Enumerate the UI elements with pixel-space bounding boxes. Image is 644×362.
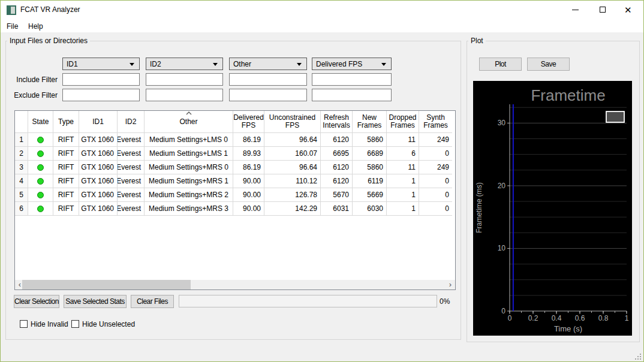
synth-frames-cell: 0 xyxy=(419,202,452,216)
other-cell: Medium Settings+LMS 1 xyxy=(145,147,233,161)
exclude-filter-input-2[interactable] xyxy=(146,89,223,101)
refresh-intervals-cell: 5670 xyxy=(321,188,353,202)
row-number: 2 xyxy=(15,147,28,161)
refresh-intervals-cell: 6120 xyxy=(321,161,353,174)
delivered-fps-cell: 90.00 xyxy=(233,202,264,216)
dropped-frames-cell: 11 xyxy=(387,161,419,174)
title-bar: FCAT VR Analyzer ✕ xyxy=(1,1,643,19)
id2-cell: Everest xyxy=(118,188,145,202)
column-header-type[interactable]: Type xyxy=(53,111,79,133)
column-header-unconstrained-fps[interactable]: Unconstrained FPS xyxy=(264,111,321,133)
id2-cell: Everest xyxy=(118,147,145,161)
green-circle-icon xyxy=(37,137,44,143)
save-selected-stats-button[interactable]: Save Selected Stats xyxy=(64,295,127,308)
column-header-id2[interactable]: ID2 xyxy=(118,111,145,133)
new-frames-cell: 5669 xyxy=(353,188,387,202)
scroll-right-icon[interactable]: › xyxy=(446,280,455,289)
resize-grip-icon[interactable] xyxy=(635,354,641,360)
exclude-filter-input-1[interactable] xyxy=(62,89,140,101)
column-header-state[interactable]: State xyxy=(28,111,53,133)
table-row[interactable]: 5RIFTGTX 1060EverestMedium Settings+MRS … xyxy=(15,188,455,202)
synth-frames-cell: 0 xyxy=(419,147,452,161)
delivered-fps-cell: 86.19 xyxy=(233,161,264,174)
table-row[interactable]: 4RIFTGTX 1060EverestMedium Settings+MRS … xyxy=(15,174,455,188)
plot-button[interactable]: Plot xyxy=(479,58,522,71)
state-cell xyxy=(28,161,53,174)
exclude-filter-input-3[interactable] xyxy=(229,89,307,101)
svg-text:Frametime: Frametime xyxy=(531,86,605,104)
maximize-button[interactable] xyxy=(589,1,616,19)
synth-frames-cell: 249 xyxy=(419,133,452,147)
column-header-dropped-frames[interactable]: Dropped Frames xyxy=(387,111,419,133)
clear-files-button[interactable]: Clear Files xyxy=(131,295,174,308)
svg-text:0.8: 0.8 xyxy=(598,314,609,322)
column-header-synth-frames[interactable]: Synth Frames xyxy=(419,111,452,133)
refresh-intervals-cell: 6120 xyxy=(321,133,353,147)
green-circle-icon xyxy=(37,178,44,185)
chevron-down-icon xyxy=(213,63,218,66)
include-filter-label: Include Filter xyxy=(6,76,58,84)
corner-header xyxy=(15,111,28,133)
new-frames-cell: 5860 xyxy=(353,161,387,174)
green-circle-icon xyxy=(37,192,44,198)
column-header-new-frames[interactable]: New Frames xyxy=(353,111,387,133)
column-header-other[interactable]: Other xyxy=(145,111,233,133)
new-frames-cell: 6119 xyxy=(353,174,387,188)
column-dropdown-2[interactable]: ID2 xyxy=(146,58,223,70)
clear-selection-button[interactable]: Clear Selection xyxy=(14,295,59,308)
delivered-fps-cell: 86.19 xyxy=(233,133,264,147)
column-dropdown-1[interactable]: ID1 xyxy=(62,58,140,70)
svg-text:20: 20 xyxy=(498,182,506,190)
menu-bar: FileHelp xyxy=(1,19,643,32)
dropdown-value: Delivered FPS xyxy=(316,60,362,68)
other-cell: Medium Settings+LMS 0 xyxy=(145,133,233,147)
table-row[interactable]: 6RIFTGTX 1060EverestMedium Settings+MRS … xyxy=(15,202,455,216)
delivered-fps-cell: 90.00 xyxy=(233,188,264,202)
unconstrained-fps-cell: 126.78 xyxy=(264,188,321,202)
row-number: 1 xyxy=(15,133,28,147)
hide-invalid-checkbox[interactable] xyxy=(20,320,28,328)
close-button[interactable]: ✕ xyxy=(616,1,643,19)
dropped-frames-cell: 1 xyxy=(387,188,419,202)
column-dropdown-3[interactable]: Other xyxy=(229,58,307,70)
plot-groupbox-title: Plot xyxy=(468,37,486,45)
other-cell: Medium Settings+MRS 1 xyxy=(145,174,233,188)
exclude-filter-label: Exclude Filter xyxy=(6,91,58,99)
dropdown-value: ID1 xyxy=(67,60,78,68)
svg-text:0: 0 xyxy=(508,314,512,322)
column-dropdown-4[interactable]: Delivered FPS xyxy=(312,58,392,70)
input-files-groupbox: Input Files or Directories ID1ID2OtherDe… xyxy=(5,41,461,340)
input-files-groupbox-title: Input Files or Directories xyxy=(7,37,90,45)
include-filter-input-4[interactable] xyxy=(312,73,392,86)
exclude-filter-input-4[interactable] xyxy=(312,89,392,101)
id1-cell: GTX 1060 xyxy=(79,174,118,188)
close-icon: ✕ xyxy=(624,5,632,14)
scrollbar-thumb[interactable] xyxy=(22,280,191,289)
menu-item-file[interactable]: File xyxy=(5,22,19,31)
svg-text:Frametime (ms): Frametime (ms) xyxy=(475,182,483,233)
horizontal-scrollbar[interactable]: ‹ › xyxy=(15,280,455,289)
include-filter-input-3[interactable] xyxy=(229,73,307,86)
hide-unselected-checkbox[interactable] xyxy=(71,320,79,328)
include-filter-input-1[interactable] xyxy=(62,73,140,86)
svg-text:0: 0 xyxy=(501,307,505,315)
menu-item-help[interactable]: Help xyxy=(27,22,44,31)
column-header-delivered-fps[interactable]: Delivered FPS xyxy=(233,111,264,133)
fcat-app-icon xyxy=(7,5,16,15)
sort-ascending-icon xyxy=(186,111,192,115)
unconstrained-fps-cell: 96.64 xyxy=(264,161,321,174)
id1-cell: GTX 1060 xyxy=(79,147,118,161)
row-number: 5 xyxy=(15,188,28,202)
table-row[interactable]: 2RIFTGTX 1060EverestMedium Settings+LMS … xyxy=(15,147,455,161)
maximize-icon xyxy=(600,7,606,13)
table-row[interactable]: 1RIFTGTX 1060EverestMedium Settings+LMS … xyxy=(15,133,455,147)
table-row[interactable]: 3RIFTGTX 1060EverestMedium Settings+MRS … xyxy=(15,161,455,174)
column-header-id1[interactable]: ID1 xyxy=(79,111,118,133)
column-header-refresh-intervals[interactable]: Refresh Intervals xyxy=(321,111,353,133)
dropped-frames-cell: 6 xyxy=(387,147,419,161)
save-button[interactable]: Save xyxy=(527,58,570,71)
id2-cell: Everest xyxy=(118,174,145,188)
include-filter-input-2[interactable] xyxy=(146,73,223,86)
minimize-button[interactable] xyxy=(561,1,589,19)
id1-cell: GTX 1060 xyxy=(79,202,118,216)
